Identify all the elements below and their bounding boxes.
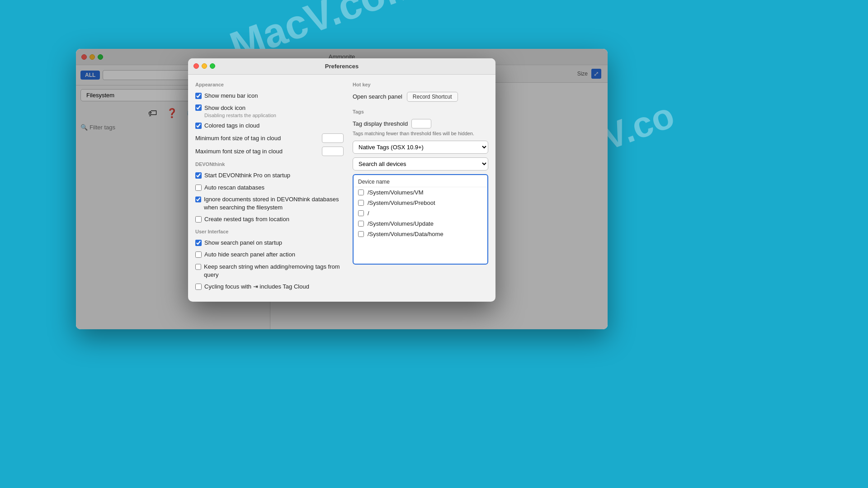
device-data-home-label: /System/Volumes/Data/home [368,231,443,237]
nested-tags-item: Create nested tags from location [195,215,344,223]
modal-body: Appearance Show menu bar icon Show dock … [188,75,495,302]
record-shortcut-button[interactable]: Record Shortcut [407,92,458,102]
hotkey-section: Hot key Open search panel Record Shortcu… [353,82,488,102]
show-menu-bar-checkbox[interactable] [195,93,202,99]
pref-right-panel: Hot key Open search panel Record Shortcu… [353,82,488,294]
show-dock-sublabel: Disabling restarts the application [204,113,276,118]
show-menu-bar-label: Show menu bar icon [204,92,258,100]
auto-rescan-label: Auto rescan databases [204,184,264,192]
show-search-panel-checkbox[interactable] [195,240,202,246]
colored-tags-item: Colored tags in cloud [195,122,344,130]
start-devonthink-checkbox[interactable] [195,172,202,179]
modal-overlay: Preferences Appearance Show menu bar ico… [76,49,608,329]
device-item-root: / [354,208,487,218]
max-font-row: Maximum font size of tag in cloud 22 [195,147,344,156]
device-preboot-label: /System/Volumes/Preboot [368,199,435,206]
device-vm-label: /System/Volumes/VM [368,189,424,196]
show-search-panel-item: Show search panel on startup [195,239,344,247]
appearance-section-title: Appearance [195,82,344,87]
device-item-update: /System/Volumes/Update [354,218,487,229]
device-root-checkbox[interactable] [358,210,364,216]
modal-traffic-lights [193,63,215,69]
min-font-label: Minimum font size of tag in cloud [195,135,318,142]
cycling-focus-item: Cycling focus with ⇥ includes Tag Cloud [195,283,344,291]
tags-section: Tags Tag display threshold 1 Tags matchi… [353,109,488,265]
show-dock-icon-checkbox[interactable] [195,104,202,111]
device-update-label: /System/Volumes/Update [368,220,434,227]
min-font-input[interactable]: 9 [322,133,344,143]
hotkey-section-title: Hot key [353,82,488,87]
modal-title-bar: Preferences [188,58,495,75]
hotkey-row: Open search panel Record Shortcut [353,92,488,102]
auto-hide-search-label: Auto hide search panel after action [204,251,295,259]
show-dock-icon-label: Show dock icon [204,104,245,111]
device-list-header: Device name [354,177,487,187]
auto-rescan-item: Auto rescan databases [195,184,344,192]
preferences-modal: Preferences Appearance Show menu bar ico… [188,58,495,302]
device-preboot-checkbox[interactable] [358,200,364,206]
tag-threshold-input[interactable]: 1 [411,119,431,128]
search-all-devices-select[interactable]: Search all devices [353,157,488,171]
modal-minimize-button[interactable] [202,63,207,69]
max-font-input[interactable]: 22 [322,147,344,156]
auto-rescan-checkbox[interactable] [195,185,202,191]
auto-hide-search-checkbox[interactable] [195,251,202,258]
colored-tags-label: Colored tags in cloud [204,122,259,130]
device-root-label: / [368,210,369,217]
keep-search-string-checkbox[interactable] [195,264,201,270]
show-dock-icon-item: Show dock icon Disabling restarts the ap… [195,104,344,118]
max-font-label: Maximum font size of tag in cloud [195,148,318,155]
modal-maximize-button[interactable] [210,63,215,69]
cycling-focus-checkbox[interactable] [195,284,202,290]
ui-section-title: User Interface [195,229,344,234]
min-font-row: Minimum font size of tag in cloud 9 [195,133,344,143]
tag-display-threshold-label: Tag display threshold [353,120,408,127]
keep-search-string-item: Keep search string when adding/removing … [195,263,344,279]
show-menu-bar-item: Show menu bar icon [195,92,344,100]
devonthink-section-title: DEVONthink [195,161,344,167]
open-search-panel-label: Open search panel [353,93,402,100]
nested-tags-checkbox[interactable] [195,216,202,223]
device-data-home-checkbox[interactable] [358,231,364,237]
show-search-panel-label: Show search panel on startup [204,239,282,247]
tag-hint: Tags matching fewer than threshold files… [353,130,488,137]
device-update-checkbox[interactable] [358,221,364,227]
cycling-focus-label: Cycling focus with ⇥ includes Tag Cloud [204,283,309,291]
start-devonthink-label: Start DEVONthink Pro on startup [204,171,290,180]
modal-title: Preferences [325,63,359,70]
modal-close-button[interactable] [193,63,199,69]
ignore-system-docs-checkbox[interactable] [195,196,201,203]
pref-left-panel: Appearance Show menu bar icon Show dock … [195,82,344,294]
app-window: Ammonite ALL ⤢ Filesystem 🏷 ❓ 🕐 🔍 [76,49,608,329]
device-item-vm: /System/Volumes/VM [354,187,487,198]
ignore-system-docs-label: Ignore documents stored in DEVONthink da… [204,195,344,212]
native-tags-select[interactable]: Native Tags (OSX 10.9+) [353,141,488,154]
tag-display-row: Tag display threshold 1 [353,119,488,128]
device-item-preboot: /System/Volumes/Preboot [354,198,487,208]
nested-tags-label: Create nested tags from location [204,215,289,223]
devices-list: Device name /System/Volumes/VM /System/V… [353,174,488,265]
auto-hide-search-item: Auto hide search panel after action [195,251,344,259]
start-devonthink-item: Start DEVONthink Pro on startup [195,171,344,180]
tags-section-title: Tags [353,109,488,114]
ignore-system-docs-item: Ignore documents stored in DEVONthink da… [195,195,344,212]
device-vm-checkbox[interactable] [358,190,364,195]
device-item-data-home: /System/Volumes/Data/home [354,229,487,239]
colored-tags-checkbox[interactable] [195,123,202,129]
keep-search-string-label: Keep search string when adding/removing … [204,263,344,279]
